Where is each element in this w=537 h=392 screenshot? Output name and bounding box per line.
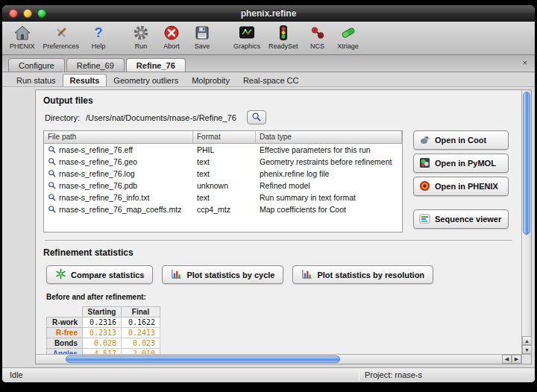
toolbar-button-abort[interactable]: Abort <box>159 24 184 50</box>
toolbar-button-readyset[interactable]: ReadySet <box>267 24 300 50</box>
stats-row-bonds: Bonds 0.028 0.023 <box>47 338 160 349</box>
table-row[interactable]: rnase-s_refine_76_map_coeffs.mtz ccp4_mt… <box>44 203 402 215</box>
tab-configure[interactable]: Configure <box>8 58 65 72</box>
horizontal-scrollbar-arrows: ◀ ▶ <box>502 355 521 364</box>
plot-statistics-by-resolution-button[interactable]: Plot statistics by resolution <box>292 265 433 284</box>
traffic-light-icon <box>275 24 292 42</box>
stat-label: Angles <box>47 349 83 355</box>
stat-value: 0.2413 <box>122 328 160 338</box>
stat-value: 0.023 <box>122 338 160 349</box>
table-header: File path Format Data type <box>44 131 402 144</box>
stat-value: 4.517 <box>83 349 122 355</box>
sub-tab-bar: Run status Results Geometry outliers Mol… <box>2 72 535 87</box>
column-header-format[interactable]: Format <box>193 131 256 143</box>
toolbar-label: NCS <box>310 42 324 50</box>
table-row[interactable]: rnase-s_refine_76.pdb unknown Refined mo… <box>44 180 402 192</box>
tab-refine-76[interactable]: Refine_76 <box>126 58 186 72</box>
open-in-pymol-button[interactable]: Open in PyMOL <box>413 154 509 173</box>
toolbar-button-phenix[interactable]: PHENIX <box>8 24 37 50</box>
output-files-heading: Output files <box>43 95 514 106</box>
sequence-viewer-button[interactable]: Sequence viewer <box>413 209 509 229</box>
table-row[interactable]: rnase-s_refine_76.eff PHIL Effective par… <box>44 144 402 156</box>
phenix-logo-icon <box>419 180 430 193</box>
tab-close-icon[interactable]: × <box>523 59 527 67</box>
subtab-real-space-cc[interactable]: Real-space CC <box>236 75 306 86</box>
horizontal-scrollbar[interactable]: ◀ ▶ <box>36 354 521 364</box>
scroll-right-arrow[interactable]: ▶ <box>512 355 521 364</box>
bar-chart-icon <box>301 268 313 281</box>
phenix-home-icon <box>14 24 31 42</box>
refinement-stats-table: Starting Final R-work 0.2316 0.1622 R-fr… <box>46 306 160 354</box>
action-label: Sequence viewer <box>435 215 501 224</box>
subtab-molprobity[interactable]: Molprobity <box>185 75 236 86</box>
compare-statistics-button[interactable]: Compare statistics <box>46 265 153 284</box>
horizontal-scrollbar-thumb[interactable] <box>66 355 340 363</box>
abort-x-icon <box>163 24 180 42</box>
stats-header-row: Starting Final <box>47 307 160 317</box>
toolbar-label: Preferences <box>43 42 80 50</box>
subtab-geometry-outliers[interactable]: Geometry outliers <box>107 75 185 86</box>
file-name: rnase-s_refine_76.pdb <box>59 181 137 190</box>
stats-row-angles: Angles 4.517 2.010 <box>47 349 160 355</box>
file-data-type: Effective parameters for this run <box>256 145 402 154</box>
stat-label: R-free <box>47 328 83 338</box>
toolbar-button-xtriage[interactable]: Xtriage <box>336 24 361 50</box>
subtab-results[interactable]: Results <box>63 74 107 86</box>
toolbar-button-help[interactable]: ? Help <box>86 24 111 50</box>
file-data-type: Map coefficients for Coot <box>256 205 402 214</box>
window-title: phenix.refine <box>2 5 535 22</box>
column-header-file-path[interactable]: File path <box>44 131 193 143</box>
toolbar-button-save[interactable]: Save <box>189 24 215 50</box>
tab-refine-69[interactable]: Refine_69 <box>66 58 125 72</box>
file-name: rnase-s_refine_76.log <box>59 169 135 178</box>
sequence-document-icon <box>419 213 430 226</box>
minimize-window-button[interactable] <box>23 9 32 18</box>
vertical-scrollbar-thumb[interactable] <box>523 92 530 235</box>
file-name: rnase-s_refine_76.geo <box>59 157 137 166</box>
status-divider <box>359 370 359 381</box>
browse-directory-button[interactable] <box>247 110 266 124</box>
close-window-button[interactable] <box>9 9 18 18</box>
action-label: Open in Coot <box>435 136 486 145</box>
table-row[interactable]: rnase-s_refine_76_info.txt text Run summ… <box>44 192 402 203</box>
coot-bird-icon <box>419 134 430 147</box>
open-actions-column: Open in Coot Open in PyMOL Open in PHENI… <box>413 130 509 233</box>
toolbar-button-preferences[interactable]: Preferences <box>42 24 81 50</box>
open-in-phenix-button[interactable]: Open in PHENIX <box>413 177 509 196</box>
bar-chart-icon <box>171 268 182 281</box>
subtab-run-status[interactable]: Run status <box>10 75 63 86</box>
file-data-type: Run summary in text format <box>256 193 402 202</box>
zoom-window-button[interactable] <box>37 9 46 18</box>
toolbar-label: Run <box>135 42 148 50</box>
toolbar-button-graphics[interactable]: Graphics <box>232 24 262 50</box>
toolbar-label: Save <box>195 42 210 50</box>
toolbar-button-run[interactable]: Run <box>128 24 154 50</box>
file-format: ccp4_mtz <box>193 205 256 214</box>
gear-icon <box>133 24 149 42</box>
directory-label: Directory: <box>45 113 80 122</box>
xtriage-capsule-icon <box>340 24 357 42</box>
file-format: unknown <box>193 181 256 190</box>
titlebar[interactable]: phenix.refine <box>2 5 535 22</box>
scroll-left-arrow[interactable]: ◀ <box>502 355 512 364</box>
pymol-icon <box>419 157 430 170</box>
action-label: Open in PHENIX <box>435 182 498 191</box>
toolbar-label: Xtriage <box>337 42 359 50</box>
floppy-disk-icon <box>194 24 210 42</box>
plot-statistics-by-cycle-button[interactable]: Plot statistics by cycle <box>162 265 283 284</box>
main-tab-bar: Configure Refine_69 Refine_76 × <box>2 55 535 72</box>
open-in-coot-button[interactable]: Open in Coot <box>413 130 509 150</box>
stat-value: 2.010 <box>122 349 160 355</box>
scroll-down-arrow[interactable]: ▼ <box>522 345 532 354</box>
stat-value: 0.2316 <box>83 317 122 328</box>
table-row[interactable]: rnase-s_refine_76.geo text Geometry rest… <box>44 156 402 168</box>
scroll-up-arrow[interactable]: ▲ <box>522 336 532 345</box>
magnifier-icon <box>48 157 56 167</box>
column-header-data-type[interactable]: Data type <box>256 131 402 143</box>
vertical-scrollbar[interactable]: ▲ ▼ <box>521 90 531 354</box>
table-row[interactable]: rnase-s_refine_76.log text phenix.refine… <box>44 168 402 180</box>
toolbar-button-ncs[interactable]: NCS <box>305 24 330 50</box>
section-divider <box>45 240 512 241</box>
stats-row-r-free: R-free 0.2313 0.2413 <box>47 328 160 338</box>
toolbar-label: PHENIX <box>10 42 35 50</box>
